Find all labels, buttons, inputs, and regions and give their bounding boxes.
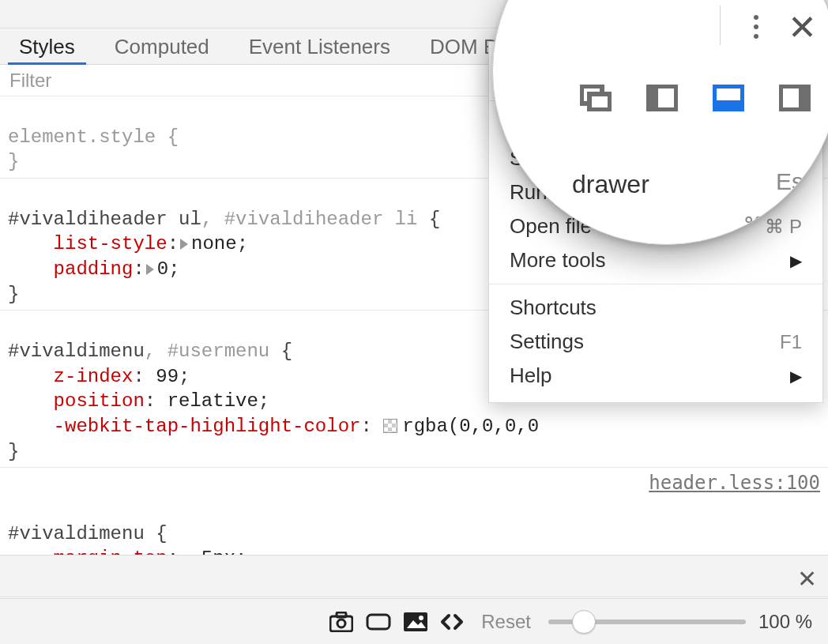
source-link[interactable]: header.less:100 bbox=[649, 471, 820, 496]
menu-label: Settings bbox=[510, 330, 584, 354]
reset-button[interactable]: Reset bbox=[481, 611, 531, 633]
brace-open: { bbox=[145, 523, 167, 544]
submenu-arrow-icon: ▶ bbox=[790, 251, 802, 270]
property[interactable]: -webkit-tap-highlight-color bbox=[54, 416, 361, 437]
property[interactable]: padding bbox=[54, 258, 134, 280]
close-icon[interactable]: ✕ bbox=[788, 7, 817, 47]
dock-bottom-icon[interactable] bbox=[713, 85, 744, 111]
selector-dim: #vivaldiheader li bbox=[224, 209, 418, 230]
property[interactable]: list-style bbox=[54, 233, 167, 254]
color-swatch-icon[interactable] bbox=[383, 419, 397, 433]
comma: , bbox=[145, 341, 167, 362]
menu-separator bbox=[489, 284, 822, 284]
rectangle-icon[interactable] bbox=[366, 613, 391, 631]
expand-icon[interactable] bbox=[180, 239, 188, 250]
tab-styles[interactable]: Styles bbox=[8, 28, 86, 64]
submenu-arrow-icon: ▶ bbox=[790, 367, 802, 386]
menu-label: More tools bbox=[510, 248, 605, 273]
zoom-slider-thumb[interactable] bbox=[572, 610, 596, 634]
close-drawer-icon[interactable]: ✕ bbox=[797, 565, 817, 593]
value[interactable]: none bbox=[191, 233, 237, 254]
menu-label: Help bbox=[510, 363, 551, 388]
svg-rect-1 bbox=[589, 94, 610, 110]
menu-shortcut: F1 bbox=[780, 331, 802, 353]
property[interactable]: position bbox=[54, 390, 145, 412]
toolbar-separator bbox=[720, 6, 721, 45]
brace-open: { bbox=[269, 341, 292, 362]
brace-close: } bbox=[8, 151, 19, 172]
selector-dim: #usermenu bbox=[167, 341, 270, 362]
value[interactable]: 99 bbox=[156, 366, 179, 387]
svg-rect-11 bbox=[367, 615, 390, 629]
value[interactable]: relative bbox=[167, 390, 258, 412]
svg-rect-5 bbox=[714, 100, 743, 110]
camera-icon[interactable] bbox=[329, 612, 353, 632]
footer-toolbar: Reset 100 % bbox=[0, 598, 828, 644]
menu-item-shortcuts[interactable]: Shortcuts bbox=[489, 291, 822, 325]
menu-item-settings[interactable]: SettingsF1 bbox=[489, 325, 822, 359]
kebab-menu-icon[interactable] bbox=[754, 15, 758, 39]
zoom-slider[interactable] bbox=[548, 620, 746, 624]
comma: , bbox=[201, 209, 224, 230]
svg-rect-3 bbox=[648, 86, 658, 110]
brace-close: } bbox=[8, 284, 19, 305]
svg-rect-12 bbox=[404, 612, 427, 631]
brace-open: { bbox=[418, 209, 441, 230]
dock-undock-icon[interactable] bbox=[580, 85, 612, 111]
menu-item-help[interactable]: Help▶ bbox=[489, 359, 822, 393]
dock-left-icon[interactable] bbox=[646, 85, 678, 111]
value[interactable]: rgba(0,0,0,0 bbox=[402, 416, 539, 437]
zoom-value: 100 % bbox=[758, 611, 812, 633]
tab-event-listeners[interactable]: Event Listeners bbox=[238, 28, 401, 64]
selector: #vivaldimenu bbox=[8, 341, 145, 362]
menu-label: Shortcuts bbox=[510, 296, 597, 320]
drawer-label: drawer bbox=[572, 170, 649, 199]
selector: #vivaldiheader ul bbox=[8, 209, 201, 230]
selector: #vivaldimenu bbox=[8, 523, 145, 544]
expand-icon[interactable] bbox=[146, 264, 154, 275]
drawer-bar: ✕ bbox=[0, 555, 828, 597]
svg-rect-10 bbox=[337, 612, 346, 617]
svg-point-9 bbox=[337, 620, 345, 627]
brace-close: } bbox=[8, 441, 19, 462]
svg-point-14 bbox=[419, 616, 423, 620]
menu-shortcut: ⌘ P bbox=[765, 216, 802, 238]
image-icon[interactable] bbox=[404, 612, 427, 631]
property[interactable]: z-index bbox=[54, 366, 134, 387]
code-icon[interactable] bbox=[440, 613, 464, 631]
value[interactable]: 0 bbox=[157, 258, 168, 280]
menu-item-more-tools[interactable]: More tools▶ bbox=[489, 243, 822, 277]
tab-computed[interactable]: Computed bbox=[104, 28, 220, 64]
dock-right-icon[interactable] bbox=[779, 85, 811, 111]
svg-rect-7 bbox=[799, 86, 809, 110]
selector: element.style { bbox=[8, 126, 179, 148]
dock-side-row bbox=[580, 85, 811, 111]
